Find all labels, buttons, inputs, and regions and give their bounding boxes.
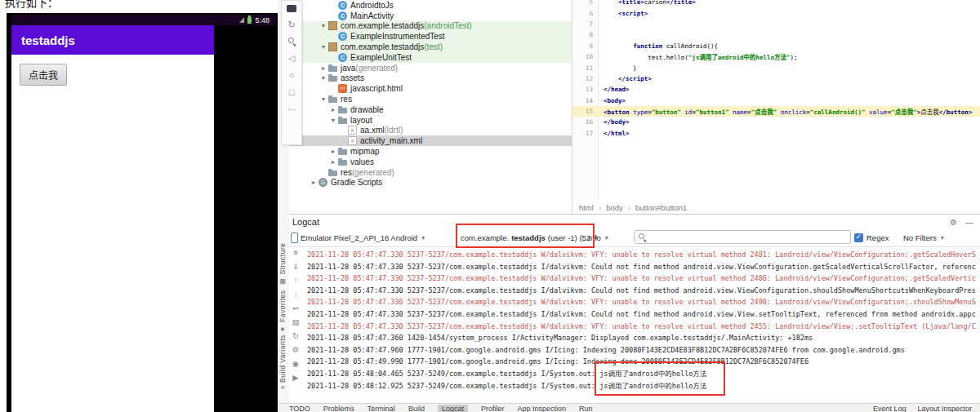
logcat-settings-icon[interactable]: ⚙ [292,346,300,354]
home-icon[interactable]: ○ [286,70,297,80]
gradle-icon [318,178,327,187]
tree-item-gradle-scripts[interactable]: ▸Gradle Scripts [289,178,572,188]
clear-log-icon[interactable]: ≡ [293,249,298,257]
tree-item-com-example-testaddjs[interactable]: ▾com.example.testaddjs (androidTest) [289,21,572,32]
app-filter-dropdown[interactable]: com.example.testaddjs (user -1) (52 [461,228,598,246]
tree-item-com-example-testaddjs[interactable]: ▾com.example.testaddjs (test) [289,42,572,52]
overview-icon[interactable]: □ [286,87,297,97]
up-stack-icon[interactable]: ↑ [294,277,298,285]
editor-line-11[interactable]: 11 } [572,62,980,73]
bottom-tab-event-log[interactable]: Event Log [873,405,906,412]
tree-item-mipmap[interactable]: ▸mipmap [289,146,572,157]
search-icon [638,233,647,241]
filters-dropdown[interactable]: No Filters [903,228,944,246]
tool-tab-favorites[interactable]: ★Favorites [278,290,287,333]
editor-line-17[interactable]: 17</html> [572,128,980,139]
editor-line-16[interactable]: 16</body> [572,117,980,127]
bottom-tab-app-inspection[interactable]: App Inspection [517,405,566,412]
screen-record-icon[interactable]: ▶ [292,374,298,382]
tree-item-drawable[interactable]: ▸drawable [289,104,572,115]
breadcrumb: html›body›button#button1 [572,201,980,214]
bottom-tab-profiler[interactable]: Profiler [481,405,505,412]
tree-item-label: aa.xml [360,126,384,135]
device-dropdown[interactable]: Emulator Pixel_2_API_16 Android [291,228,425,246]
editor-line-7[interactable]: 7 [572,19,980,29]
tree-item-mainactivity[interactable]: MainActivity [289,11,572,21]
bottom-tab-todo[interactable]: TODO [289,405,310,412]
code-text: </head> [598,86,630,93]
tree-item-aa-xml[interactable]: aa.xml (ldrtl) [289,126,572,136]
bottom-tab-run[interactable]: Run [579,405,593,412]
restart-icon[interactable]: ↻ [292,332,299,340]
log-output-area[interactable]: 2021-11-28 05:47:47.330 5237-5237/com.ex… [302,246,980,397]
bottom-tab-layout-inspector[interactable]: Layout Inspector [917,405,972,412]
tree-item-assets[interactable]: ▾assets [289,73,572,84]
editor-line-8[interactable]: 8 [572,29,980,40]
screenshot-icon[interactable]: ◉ [292,360,299,368]
hide-panel-icon[interactable]: — [965,218,973,227]
print-icon[interactable]: ▤ [292,318,300,326]
logcat-tab-label[interactable]: Logcat [292,217,319,227]
bottom-tab-problems[interactable]: Problems [323,405,354,412]
breadcrumb-item[interactable]: body [606,203,623,212]
package-icon [328,42,337,51]
log-line: 2021-11-28 05:47:47.330 5237-5237/com.ex… [307,285,980,297]
tree-item-exampleunittest[interactable]: ExampleUnitTest [289,52,572,63]
regex-checkbox[interactable]: Regex [854,228,889,246]
logcat-search-field[interactable] [634,230,851,244]
logcat-search-input[interactable] [650,232,847,242]
logcat-side-toolbar: ≡⇓↑↓↩▤↻⚙◉▶ [289,249,302,382]
editor-line-14[interactable]: 14<body> [572,95,980,106]
app-click-me-button[interactable]: 点击我 [20,64,67,86]
folder-icon [338,147,347,156]
scroll-to-end-icon[interactable]: ⇓ [292,263,299,271]
app-filter-bold: testaddjs [511,233,546,242]
more-icon[interactable]: ··· [286,104,297,114]
breadcrumb-item[interactable]: html [579,203,594,212]
log-line: 2021-11-28 05:47:49.990 1777-1901/com.go… [307,356,980,368]
breadcrumb-item[interactable]: button#button1 [635,203,687,212]
tree-item-values[interactable]: ▸values [289,157,572,167]
editor-line-15[interactable]: 15<button type="button" id="button1" nam… [572,106,980,117]
editor-line-10[interactable]: 10 test.hello("js调用了android中的hello方法"); [572,51,980,62]
bottom-tab-build[interactable]: Build [408,405,425,412]
tree-item-res[interactable]: ▾res [289,94,572,104]
project-tree-panel[interactable]: AndroidtoJsMainActivity▾com.example.test… [289,0,572,214]
line-number: 10 [572,53,598,60]
folder-icon [338,157,347,166]
line-number: 13 [572,86,598,93]
bottom-tab-terminal[interactable]: Terminal [368,405,395,412]
class-icon [338,53,347,62]
code-text: function callAndroid(){ [598,42,718,50]
tree-item-java[interactable]: ▸java (generated) [289,63,572,73]
soft-wrap-icon[interactable]: ↩ [292,304,299,312]
tree-item-activity-main-xml[interactable]: activity_main.xml [289,135,572,146]
tool-tab-build-variants[interactable]: ≡Build Variants [278,334,287,389]
settings-gear-icon[interactable]: ⚙ [950,218,957,227]
zoom-icon[interactable] [287,37,296,46]
tree-item-exampleinstrumentedtest[interactable]: ExampleInstrumentedTest [289,31,572,42]
minimize-icon[interactable] [287,5,296,12]
bottom-tab-logcat[interactable]: Logcat [438,405,468,412]
down-stack-icon[interactable]: ↓ [294,290,298,299]
log-line: 2021-11-28 05:47:47.330 5237-5237/com.ex… [307,249,980,261]
editor-line-13[interactable]: 13</head> [572,84,980,95]
tree-item-suffix: (generated) [352,168,394,177]
log-line: 2021-11-28 05:47:47.360 1420-1454/system… [307,332,980,344]
log-level-dropdown[interactable]: Info [588,228,608,246]
editor-line-5[interactable]: 5 <title>carson</title> [572,0,980,7]
tree-item-androidtojs[interactable]: AndroidtoJs [289,0,572,11]
editor-line-6[interactable]: 6 <script> [572,7,980,18]
editor-line-9[interactable]: 9 function callAndroid(){ [572,41,980,51]
regex-label: Regex [866,233,889,242]
tree-item-layout[interactable]: ▾layout [289,115,572,126]
code-editor[interactable]: 5 <title>carson</title>6 <script>789 fun… [572,0,980,214]
tool-tab-structure[interactable]: ▦Structure [278,243,287,286]
back-icon[interactable]: ◁ [286,53,297,63]
status-time: 5:48 [255,16,270,24]
rotate-icon[interactable]: ↻ [286,20,297,29]
tree-item-res[interactable]: res (generated) [289,167,572,178]
tree-item-javascript-html[interactable]: javascript.html [289,83,572,94]
editor-line-12[interactable]: 12 </script> [572,73,980,84]
bottom-tool-tabs: TODOProblemsTerminalBuildLogcatProfilerA… [289,405,593,412]
